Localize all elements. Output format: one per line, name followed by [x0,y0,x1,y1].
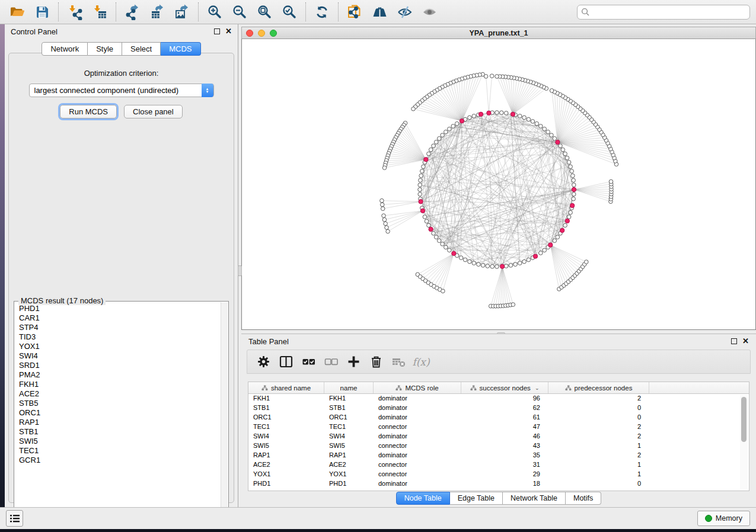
mcds-result-item[interactable]: STB5 [15,399,220,408]
network-node[interactable] [511,303,515,307]
network-node[interactable] [434,140,438,145]
network-node[interactable] [567,161,571,165]
import-network-icon[interactable] [62,1,87,23]
network-node[interactable] [448,248,452,252]
network-node[interactable] [495,265,499,269]
network-node[interactable] [382,166,387,170]
table-row[interactable]: ACE2ACE2connector311 [248,460,749,470]
network-node[interactable] [543,248,547,252]
network-node[interactable] [427,152,431,156]
tab-edge-table[interactable]: Edge Table [450,492,503,505]
refresh-icon[interactable] [310,1,334,23]
network-node[interactable] [543,127,547,131]
close-table-panel-icon[interactable]: ✕ [742,338,749,344]
network-node[interactable] [444,245,448,249]
search-input[interactable] [577,5,750,20]
network-node[interactable] [509,264,513,268]
network-node[interactable] [418,188,422,192]
network-node[interactable] [550,133,554,137]
close-panel-icon[interactable]: ✕ [225,28,232,34]
hide-eye-icon[interactable] [392,1,417,23]
network-node[interactable] [472,114,476,118]
mcds-result-item[interactable]: TEC1 [15,446,220,456]
network-hub-node[interactable] [429,227,433,231]
network-node[interactable] [455,121,459,126]
network-node[interactable] [570,169,574,174]
mcds-result-item[interactable]: SRD1 [15,361,220,370]
network-node[interactable] [518,114,522,118]
network-node[interactable] [585,260,589,264]
export-table-icon[interactable] [145,1,170,23]
table-row[interactable]: SWI4SWI4dominator462 [248,432,749,441]
network-node[interactable] [448,127,452,131]
column-header-MCDS-role[interactable]: MCDS role [374,382,461,393]
table-delete-icon[interactable] [387,351,410,373]
network-hub-node[interactable] [424,158,428,162]
network-node[interactable] [513,262,518,267]
binoculars-icon[interactable] [367,1,392,23]
network-node[interactable] [531,120,535,124]
network-node[interactable] [486,264,490,268]
mcds-result-item[interactable]: STB1 [15,427,220,437]
vertical-splitter-handle[interactable] [238,265,242,276]
close-panel-button[interactable]: Close panel [124,105,183,118]
network-hub-node[interactable] [460,119,464,123]
network-node[interactable] [522,116,527,120]
network-node[interactable] [559,144,563,148]
uncheck-all-icon[interactable] [320,351,342,373]
memory-button[interactable]: Memory [697,511,750,526]
network-node[interactable] [572,178,576,182]
plus-icon[interactable] [342,351,365,373]
tab-select[interactable]: Select [122,42,161,56]
network-node[interactable] [441,242,445,246]
mcds-result-item[interactable]: GCR1 [15,456,220,465]
tab-network-table[interactable]: Network Table [503,492,566,505]
network-canvas[interactable] [241,39,756,330]
network-node[interactable] [432,144,436,148]
gear-icon[interactable] [252,351,275,373]
network-node[interactable] [434,235,438,239]
network-node[interactable] [565,156,569,160]
network-node[interactable] [481,264,485,268]
network-node[interactable] [427,223,431,227]
column-header-predecessor-nodes[interactable]: predecessor nodes [548,382,649,393]
zoom-in-icon[interactable] [202,1,227,23]
network-node[interactable] [563,223,567,227]
mcds-result-item[interactable]: SWI5 [15,437,220,446]
show-eye-icon[interactable] [417,1,442,23]
network-hub-node[interactable] [479,112,483,116]
table-scrollbar-thumb[interactable] [741,397,747,442]
network-node[interactable] [561,148,565,152]
mcds-result-item[interactable]: RAP1 [15,418,220,427]
network-hub-node[interactable] [452,251,456,255]
network-node[interactable] [518,261,522,265]
network-node[interactable] [380,203,384,207]
network-hub-node[interactable] [565,219,569,223]
column-header-shared-name[interactable]: shared name [248,382,324,393]
network-node[interactable] [386,229,390,233]
network-node[interactable] [382,218,387,222]
network-node[interactable] [539,124,543,129]
zoom-selected-icon[interactable] [277,1,302,23]
network-node[interactable] [527,258,531,262]
network-node[interactable] [609,180,613,184]
network-doc-icon[interactable] [342,1,367,23]
network-node[interactable] [384,222,388,226]
mcds-result-item[interactable]: TID3 [15,332,220,342]
network-node[interactable] [522,259,527,264]
tab-network[interactable]: Network [42,42,88,56]
network-node[interactable] [546,130,550,134]
network-hub-node[interactable] [533,254,537,258]
save-icon[interactable] [30,1,55,23]
network-node[interactable] [381,207,385,211]
mcds-result-item[interactable]: PMA2 [15,370,220,380]
run-mcds-button[interactable]: Run MCDS [60,105,117,118]
table-row[interactable]: RAP1RAP1dominator352 [248,451,749,460]
tab-motifs[interactable]: Motifs [566,492,601,505]
network-node[interactable] [490,265,495,269]
table-row[interactable]: SWI5SWI5connector431 [248,441,749,451]
network-node[interactable] [556,235,560,239]
network-node[interactable] [563,152,567,156]
network-node[interactable] [385,226,389,230]
network-node[interactable] [429,148,433,152]
